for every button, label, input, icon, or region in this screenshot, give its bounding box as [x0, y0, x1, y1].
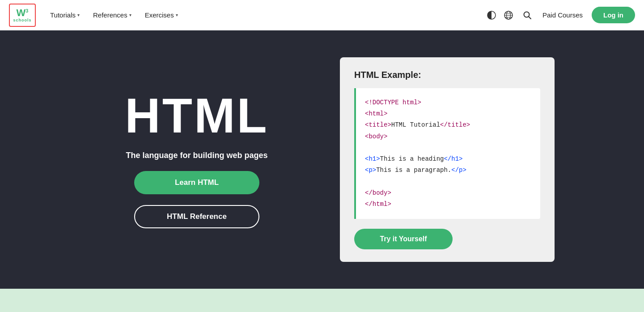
- h1-open-tag: <h1>: [365, 155, 380, 162]
- h1-close-tag: </h1>: [444, 155, 462, 162]
- svg-line-7: [529, 17, 531, 19]
- code-line: <p>This is a paragraph.</p>: [365, 165, 531, 176]
- code-line: </html>: [365, 199, 531, 210]
- p-open-tag: <p>: [365, 167, 376, 174]
- code-line: </body>: [365, 188, 531, 199]
- title-close-tag: </title>: [440, 121, 470, 128]
- logo[interactable]: W3 schools: [9, 4, 36, 27]
- try-it-yourself-button[interactable]: Try it Yourself: [354, 229, 453, 249]
- login-button[interactable]: Log in: [592, 7, 635, 23]
- navbar: W3 schools Tutorials ▾ References ▾ Exer…: [0, 0, 644, 30]
- doctype-tag: <!DOCTYPE html>: [365, 99, 421, 106]
- p-close-tag: </p>: [451, 167, 466, 174]
- code-line: [365, 176, 531, 187]
- hero-title: HTML: [125, 91, 268, 140]
- hero-section: HTML The language for building web pages…: [0, 30, 644, 289]
- nav-exercises[interactable]: Exercises ▾: [140, 8, 183, 22]
- learn-html-button[interactable]: Learn HTML: [134, 171, 259, 194]
- body-close-tag: </body>: [365, 189, 391, 197]
- code-line: <html>: [365, 108, 531, 120]
- code-line: <title>HTML Tutorial</title>: [365, 120, 531, 131]
- chevron-down-icon: ▾: [176, 13, 178, 17]
- nav-links: Tutorials ▾ References ▾ Exercises ▾: [45, 8, 487, 22]
- chevron-down-icon: ▾: [129, 13, 131, 17]
- code-line: <h1>This is a heading</h1>: [365, 154, 531, 165]
- nav-tutorials-label: Tutorials: [50, 11, 76, 19]
- hero-left: HTML The language for building web pages…: [89, 91, 304, 228]
- code-card-title: HTML Example:: [354, 70, 540, 80]
- code-line: <body>: [365, 131, 531, 142]
- nav-exercises-label: Exercises: [145, 11, 174, 19]
- nav-tutorials[interactable]: Tutorials ▾: [45, 8, 85, 22]
- nav-right: Paid Courses Log in: [487, 7, 635, 23]
- code-line: <!DOCTYPE html>: [365, 97, 531, 108]
- paid-courses-link[interactable]: Paid Courses: [540, 11, 585, 19]
- code-block: <!DOCTYPE html> <html> <title>HTML Tutor…: [354, 88, 540, 219]
- bottom-band: [0, 289, 644, 312]
- p-text: This is a paragraph.: [376, 167, 451, 174]
- chevron-down-icon: ▾: [77, 13, 80, 17]
- logo-super: 3: [25, 8, 28, 13]
- darkmode-icon[interactable]: [487, 11, 496, 20]
- html-open-tag: <html>: [365, 110, 387, 117]
- code-line: [365, 142, 531, 154]
- search-icon[interactable]: [521, 9, 534, 21]
- logo-w: W3: [17, 8, 29, 18]
- html-reference-button[interactable]: HTML Reference: [134, 205, 259, 228]
- body-open-tag: <body>: [365, 133, 387, 140]
- code-card: HTML Example: <!DOCTYPE html> <html> <ti…: [340, 57, 555, 262]
- nav-references-label: References: [93, 11, 127, 19]
- title-open-tag: <title>: [365, 121, 391, 128]
- hero-subtitle: The language for building web pages: [126, 151, 267, 160]
- nav-references[interactable]: References ▾: [88, 8, 137, 22]
- logo-schools: schools: [13, 18, 31, 22]
- html-close-tag: </html>: [365, 201, 391, 208]
- title-text: HTML Tutorial: [391, 121, 440, 128]
- globe-icon[interactable]: [502, 9, 515, 21]
- h1-text: This is a heading: [380, 155, 444, 162]
